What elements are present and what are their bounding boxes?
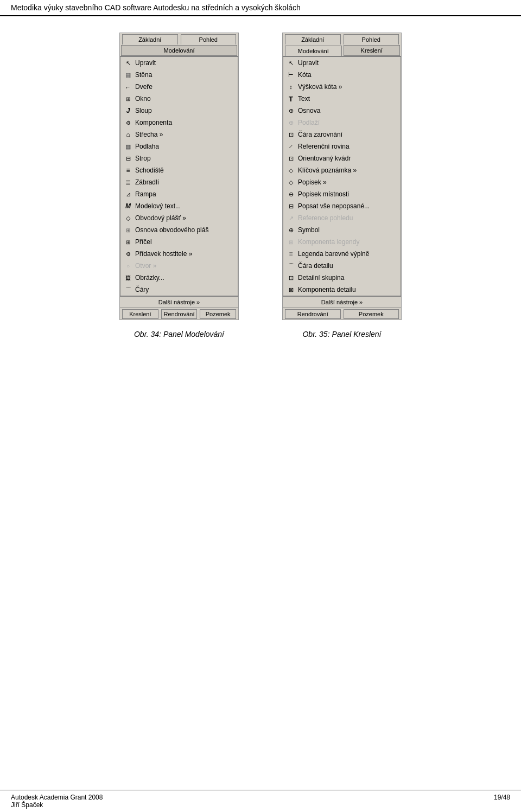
footer-page: 19/48 [494, 794, 510, 809]
symbol-icon [287, 226, 295, 234]
header-title: Metodika výuky stavebního CAD software A… [11, 3, 301, 12]
item-klicova-poznamka[interactable]: Klíčová poznámka » [283, 164, 401, 176]
item-popsat-vse[interactable]: Popsat vše nepopsané... [283, 200, 401, 212]
tab-zakladni-left[interactable]: Základní [122, 34, 178, 44]
item-komponenta-detailu[interactable]: Komponenta detailu [283, 284, 401, 296]
tab-pozemek-bottom-right[interactable]: Pozemek [344, 309, 399, 319]
tab-rendrovani-bottom-left[interactable]: Rendrování [161, 309, 198, 319]
refview-icon [287, 214, 295, 222]
item-pricel[interactable]: Příčel [120, 236, 238, 248]
more-tools-right[interactable]: Další nástroje » [283, 296, 401, 308]
page-header: Metodika výuky stavebního CAD software A… [0, 0, 521, 16]
item-detailni-skupina[interactable]: Detailní skupina [283, 272, 401, 284]
item-obrazky[interactable]: Obrázky... [120, 272, 238, 284]
caption-left: Obr. 34: Panel Modelování [134, 330, 224, 338]
item-popisek-mistnosti[interactable]: Popisek místnosti [283, 188, 401, 200]
tab-kresleni-bottom-left[interactable]: Kreslení [122, 309, 158, 319]
tab-rendrovani-bottom-right[interactable]: Rendrování [285, 309, 341, 319]
item-modelovy-text[interactable]: Modelový text... [120, 200, 238, 212]
panels-container: Základní Pohled Modelování Upravit Stěna… [0, 16, 521, 355]
item-osnova-obvodoveho[interactable]: Osnova obvodového pláš [120, 224, 238, 236]
tab-modelovani-right[interactable]: Modelování [285, 46, 342, 56]
item-cara-zarovnani[interactable]: Čára zarovnání [283, 129, 401, 140]
tab-pohled-left[interactable]: Pohled [181, 34, 237, 44]
window-icon [124, 94, 132, 103]
partition-icon [124, 238, 132, 246]
item-cary-left[interactable]: Čáry [120, 284, 238, 296]
tab-pohled-right[interactable]: Pohled [344, 34, 399, 44]
toolbar-items-left: Upravit Stěna Dveře Okno Sloup Komponent… [120, 56, 238, 296]
item-sloup[interactable]: Sloup [120, 105, 238, 117]
item-osnova[interactable]: Osnova [283, 105, 401, 117]
item-legenda-barevne[interactable]: Legenda barevné výplně [283, 248, 401, 260]
ramp-icon [124, 190, 132, 199]
tab-kresleni-active[interactable]: Kreslení [344, 45, 401, 56]
item-reference-pohledu[interactable]: Reference pohledu [283, 212, 401, 224]
footer-grant: Autodesk Academia Grant 2008 [11, 794, 103, 801]
item-strop[interactable]: Strop [120, 152, 238, 164]
caption-right: Obr. 35: Panel Kreslení [302, 330, 381, 338]
box-icon [287, 154, 295, 163]
item-strecha[interactable]: Střecha » [120, 129, 238, 140]
tab-modelovani-active[interactable]: Modelování [121, 45, 237, 56]
item-pridavek[interactable]: Přídavek hostitele » [120, 248, 238, 260]
mtext-icon [124, 202, 132, 210]
item-kota[interactable]: Kóta [283, 69, 401, 81]
elev-dim-icon [287, 82, 295, 91]
curtain-icon [124, 214, 132, 222]
item-komponenta-legendy[interactable]: Komponenta legendy [283, 236, 401, 248]
column-icon [124, 106, 132, 115]
item-text[interactable]: Text [283, 93, 401, 105]
complegend-icon [287, 238, 295, 246]
roomtag-icon [287, 190, 295, 199]
item-upravit-right[interactable]: Upravit [283, 57, 401, 69]
toolbar-panel-right: Základní Pohled Modelování Kreslení Upra… [282, 33, 402, 320]
item-zabradli[interactable]: Zábradlí [120, 176, 238, 188]
refplane-icon [287, 142, 295, 151]
item-upravit-left[interactable]: Upravit [120, 57, 238, 69]
tab-zakladni-right[interactable]: Základní [285, 34, 341, 44]
lines-icon [124, 285, 132, 294]
detailline-icon [287, 261, 295, 270]
item-dvere[interactable]: Dveře [120, 81, 238, 93]
toolbar-panel-left: Základní Pohled Modelování Upravit Stěna… [119, 33, 239, 320]
item-komponenta[interactable]: Komponenta [120, 117, 238, 129]
item-podlaha[interactable]: Podlaha [120, 140, 238, 152]
item-obvodovy-plast[interactable]: Obvodový plášť » [120, 212, 238, 224]
colorlegend-icon [287, 250, 295, 258]
railing-icon [124, 178, 132, 187]
keynote-icon [287, 166, 295, 175]
stair-icon [124, 166, 132, 175]
floor-icon [124, 142, 132, 151]
panel-kresleni: Základní Pohled Modelování Kreslení Upra… [282, 33, 402, 338]
page-footer: Autodesk Academia Grant 2008 Jiří Špaček… [0, 790, 521, 812]
align-icon [287, 130, 295, 139]
footer-left: Autodesk Academia Grant 2008 Jiří Špaček [11, 794, 103, 809]
item-otvor[interactable]: Otvor » [120, 260, 238, 272]
dimension-icon [287, 71, 295, 79]
item-okno[interactable]: Okno [120, 93, 238, 105]
roof-icon [124, 130, 132, 139]
component-icon [124, 118, 132, 127]
text-icon [287, 94, 295, 103]
item-symbol[interactable]: Symbol [283, 224, 401, 236]
item-schodiste[interactable]: Schodiště [120, 164, 238, 176]
footer-author: Jiří Špaček [11, 801, 103, 809]
tab-pozemek-bottom-left[interactable]: Pozemek [200, 309, 236, 319]
cursor-icon-r [287, 59, 295, 67]
slab-icon [124, 154, 132, 163]
panel-modelovani: Základní Pohled Modelování Upravit Stěna… [119, 33, 239, 338]
item-cara-detailu[interactable]: Čára detailu [283, 260, 401, 272]
curtain-grid-icon [124, 226, 132, 234]
more-tools-left[interactable]: Další nástroje » [120, 296, 238, 308]
item-orientovany-kvadr[interactable]: Orientovaný kvádr [283, 152, 401, 164]
tagall-icon [287, 202, 295, 210]
item-referencni-rovina[interactable]: Referenční rovina [283, 140, 401, 152]
item-stena[interactable]: Stěna [120, 69, 238, 81]
level-icon [287, 118, 295, 127]
detailgroup-icon [287, 273, 295, 282]
item-podlazi[interactable]: Podlaží [283, 117, 401, 129]
item-rampa[interactable]: Rampa [120, 188, 238, 200]
item-vyskova-kota[interactable]: Výšková kóta » [283, 81, 401, 93]
item-popisek[interactable]: Popisek » [283, 176, 401, 188]
